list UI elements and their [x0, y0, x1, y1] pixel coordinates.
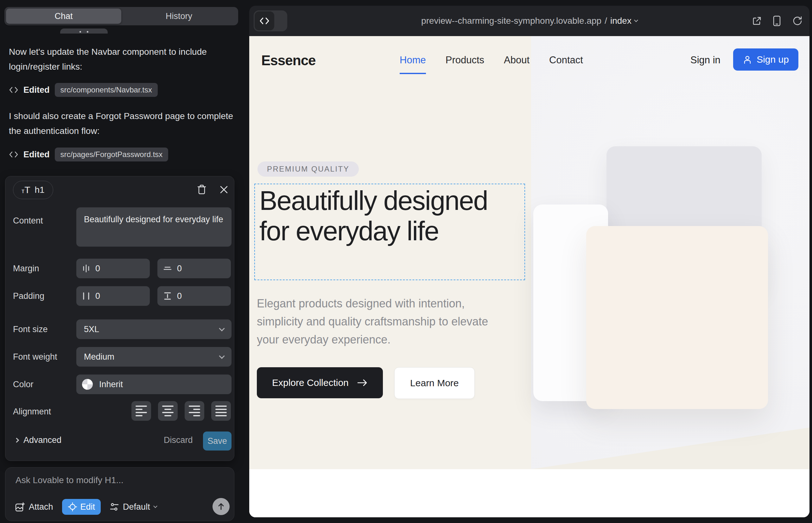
padding-label: Padding — [13, 291, 44, 301]
hero-cream-card — [586, 226, 768, 409]
file-chip[interactable]: src/pages/ForgotPassword.tsx — [55, 147, 169, 161]
hero-cta-row: Explore Collection Learn More — [257, 367, 475, 399]
prompt-toolbar: Attach Edit Default — [15, 498, 225, 516]
sign-up-button[interactable]: Sign up — [733, 49, 798, 71]
send-button[interactable] — [212, 498, 230, 515]
refresh-icon[interactable] — [792, 16, 802, 26]
close-editor-button[interactable] — [217, 183, 231, 197]
font-size-select[interactable]: 5XL — [76, 320, 231, 339]
url-separator: / — [604, 16, 607, 26]
arrow-up-icon — [217, 502, 225, 511]
route-name: index — [610, 16, 632, 26]
file-chip[interactable]: src/components/Navbar.tsx — [55, 83, 158, 97]
chat-message: I should also create a Forgot Password p… — [9, 109, 234, 138]
selected-element-tag[interactable]: тT h1 — [13, 181, 53, 199]
target-icon — [68, 502, 77, 511]
premium-quality-badge: PREMIUM QUALITY — [258, 161, 359, 177]
site-logo[interactable]: Essence — [261, 53, 316, 68]
prompt-box: Attach Edit Default — [5, 467, 234, 521]
sliders-icon — [110, 502, 119, 511]
margin-y-input[interactable]: 0 — [157, 259, 231, 278]
tab-chat[interactable]: Chat — [6, 8, 121, 24]
code-icon — [9, 86, 18, 94]
edited-label: Edited — [23, 150, 50, 160]
nav-links: Home Products About Contact — [400, 54, 583, 74]
align-justify-button[interactable] — [211, 401, 231, 421]
alignment-group — [131, 401, 231, 421]
save-button[interactable]: Save — [203, 432, 231, 451]
attach-image-icon — [15, 502, 25, 512]
learn-more-button[interactable]: Learn More — [394, 367, 475, 399]
padding-x-input[interactable]: 0 — [76, 286, 150, 306]
explore-collection-button[interactable]: Explore Collection — [257, 367, 383, 398]
hero-paragraph: Elegant products designed with intention… — [257, 294, 510, 348]
advanced-toggle[interactable]: Advanced — [15, 435, 61, 445]
chevron-right-icon — [14, 438, 19, 443]
nav-link-home[interactable]: Home — [400, 54, 426, 74]
open-external-icon[interactable] — [752, 16, 762, 26]
app-window: Chat History Now let's update the Navbar… — [0, 0, 812, 523]
margin-x-icon — [82, 264, 90, 273]
preview-url: preview--charming-site-symphony.lovable.… — [421, 16, 601, 26]
font-weight-select[interactable]: Medium — [76, 347, 231, 366]
margin-x-input[interactable]: 0 — [76, 259, 150, 278]
align-center-button[interactable] — [158, 401, 178, 421]
color-label: Color — [13, 380, 34, 390]
edited-file-row: Edited src/components/Navbar.tsx — [9, 83, 158, 97]
discard-button[interactable]: Discard — [164, 435, 193, 445]
nav-link-about[interactable]: About — [504, 54, 530, 74]
edited-label: Edited — [23, 85, 50, 95]
url-bar[interactable]: preview--charming-site-symphony.lovable.… — [249, 6, 810, 36]
font-weight-label: Font weight — [13, 352, 57, 362]
model-default-select[interactable]: Default — [110, 502, 157, 512]
mobile-view-icon[interactable] — [773, 16, 781, 26]
padding-y-icon — [163, 292, 172, 301]
user-icon — [743, 55, 752, 64]
sign-in-link[interactable]: Sign in — [690, 54, 721, 66]
nav-link-contact[interactable]: Contact — [549, 54, 583, 74]
scrolled-message-peek — [60, 29, 108, 34]
tab-history[interactable]: History — [121, 8, 236, 24]
color-select[interactable]: Inherit — [76, 375, 231, 394]
arrow-right-icon — [357, 379, 368, 387]
chevron-down-icon — [153, 504, 157, 508]
hero-heading: Beautifully designed for everyday life — [259, 185, 499, 246]
align-right-button[interactable] — [184, 401, 204, 421]
edit-mode-button[interactable]: Edit — [62, 499, 101, 515]
site-navbar: Essence Home Products About Contact Sign… — [249, 36, 810, 84]
font-size-label: Font size — [13, 325, 48, 334]
margin-y-icon — [163, 264, 172, 273]
chat-history-tabbar: Chat History — [4, 7, 238, 25]
next-section — [249, 469, 810, 517]
selected-heading-outline[interactable]: Beautifully designed for everyday life — [254, 184, 525, 280]
chat-message: Now let's update the Navbar component to… — [9, 44, 234, 74]
browser-chrome: preview--charming-site-symphony.lovable.… — [249, 6, 810, 36]
align-left-button[interactable] — [131, 401, 151, 421]
margin-label: Margin — [13, 264, 39, 273]
chrome-actions — [752, 6, 802, 36]
tag-label: h1 — [35, 185, 45, 195]
padding-x-icon — [82, 292, 90, 301]
content-input[interactable]: Beautifully designed for everyday life — [76, 208, 231, 247]
delete-element-button[interactable] — [195, 183, 209, 197]
chevron-down-icon — [219, 325, 225, 331]
chevron-down-icon — [219, 353, 225, 359]
prompt-input[interactable] — [15, 474, 224, 493]
element-editor-panel: тT h1 Content Beautifully designed for e… — [5, 176, 234, 461]
preview-browser-window: preview--charming-site-symphony.lovable.… — [249, 6, 810, 517]
content-label: Content — [13, 216, 43, 226]
padding-y-input[interactable]: 0 — [157, 286, 231, 306]
alignment-label: Alignment — [13, 407, 51, 417]
nav-link-products[interactable]: Products — [446, 54, 484, 74]
edited-file-row: Edited src/pages/ForgotPassword.tsx — [9, 147, 168, 161]
chevron-down-icon — [634, 18, 638, 22]
code-icon — [9, 150, 18, 159]
type-icon: тT — [21, 184, 30, 195]
attach-button[interactable]: Attach — [15, 502, 53, 512]
site-page: Essence Home Products About Contact Sign… — [249, 36, 810, 517]
color-swatch — [82, 379, 93, 390]
